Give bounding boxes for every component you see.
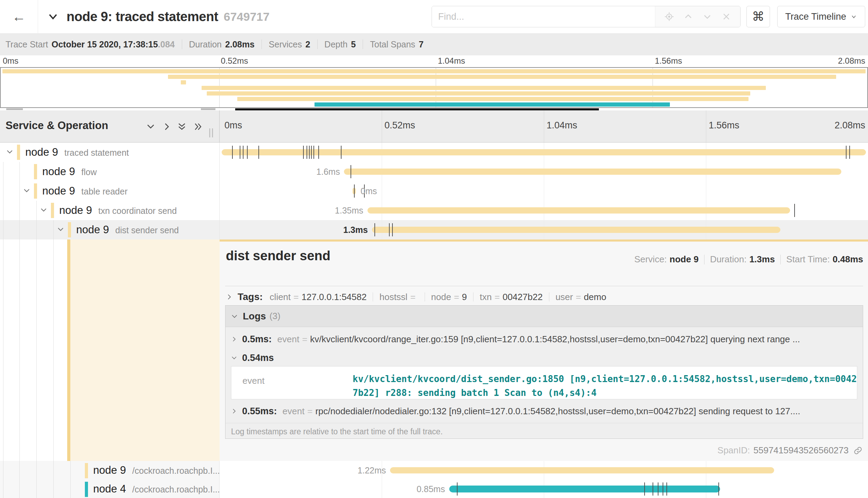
timeline-gridline — [382, 480, 382, 498]
log-tick-mark — [243, 146, 243, 159]
expand-one-icon[interactable] — [161, 121, 172, 133]
span-timeline-cell[interactable]: 1.6ms — [220, 162, 868, 181]
log-timestamp: 0.54ms — [242, 353, 274, 363]
tags-section-toggle[interactable]: Tags: client=127.0.0.1:54582hostssl=node… — [226, 290, 606, 304]
summary-value: 5 — [351, 39, 356, 49]
operation-name: dist sender send — [115, 225, 179, 235]
span-row[interactable]: node 9/cockroach.roachpb.I...1.22ms — [0, 461, 868, 480]
summary-item: Duration2.08ms — [189, 39, 255, 49]
span-row[interactable]: node 9txn coordinator send1.35ms — [0, 201, 868, 220]
operation-name: txn coordinator send — [98, 206, 177, 216]
span-name-cell[interactable]: node 9dist sender send — [0, 220, 220, 239]
summary-item: Depth5 — [325, 39, 356, 49]
equals-sign: = — [302, 334, 307, 345]
span-timeline-cell[interactable]: 0ms — [220, 181, 868, 201]
span-duration-bar[interactable] — [367, 207, 790, 214]
detail-meta-label: Service: — [634, 254, 667, 265]
span-timeline-cell[interactable]: 1.3ms — [220, 220, 868, 239]
span-timeline-cell[interactable]: 1.35ms — [220, 201, 868, 220]
span-row[interactable]: node 9table reader0ms — [0, 181, 868, 201]
minimap-span-bar — [207, 91, 750, 96]
minimap-tick-label: 2.08ms — [838, 56, 865, 66]
timeline-gridline — [544, 181, 544, 201]
collapse-trace-icon[interactable] — [47, 11, 59, 22]
span-name-cell[interactable]: node 9flow — [0, 162, 220, 181]
minimap-span-bar — [237, 97, 749, 101]
minimap-tick-label: 0.52ms — [221, 56, 248, 66]
logs-section-toggle[interactable]: Logs (3) — [225, 306, 863, 327]
span-duration-bar[interactable] — [344, 169, 841, 175]
scrubber-handle-right[interactable] — [201, 108, 215, 110]
view-selector-dropdown[interactable]: Trace Timeline — [777, 6, 865, 27]
timeline-tick-label: 1.56ms — [709, 120, 739, 131]
trace-timeline-page: ← node 9: traced statement 6749717 — [0, 0, 868, 498]
operation-name: traced statement — [64, 148, 129, 158]
link-icon[interactable] — [853, 446, 862, 455]
span-timeline-cell[interactable] — [220, 143, 868, 162]
span-duration-bar[interactable] — [390, 467, 774, 473]
log-entry-collapsed[interactable]: 0.5ms: event = kv/kvclient/kvcoord/range… — [231, 333, 859, 345]
collapse-one-icon[interactable] — [145, 121, 156, 133]
timeline-gridline — [544, 110, 544, 142]
command-icon: ⌘ — [752, 9, 764, 24]
back-button[interactable]: ← — [0, 0, 38, 33]
equals-sign: = — [576, 292, 581, 302]
span-duration-bar[interactable] — [372, 227, 780, 233]
chevron-down-icon[interactable] — [6, 147, 14, 157]
detail-meta-value: node 9 — [670, 254, 699, 265]
log-timestamp: 0.55ms: — [242, 406, 277, 417]
divider — [225, 286, 863, 286]
log-tick-mark — [392, 223, 393, 236]
column-resizer-handle[interactable] — [209, 128, 213, 137]
timeline-tick-label: 2.08ms — [834, 120, 865, 131]
span-name-cell[interactable]: node 9txn coordinator send — [0, 201, 220, 220]
service-operation-label: Service & Operation — [6, 119, 108, 132]
detail-meta-value: 1.3ms — [749, 254, 775, 265]
collapse-all-icon[interactable] — [177, 121, 187, 133]
span-row[interactable]: node 9traced statement — [0, 143, 868, 162]
minimap-canvas[interactable] — [0, 67, 868, 108]
span-timeline-cell[interactable]: 1.22ms — [220, 461, 868, 480]
chevron-right-icon — [231, 336, 237, 342]
divider — [780, 255, 781, 264]
span-row[interactable]: node 9dist sender send1.3ms — [0, 220, 868, 239]
find-input[interactable] — [432, 6, 655, 27]
expand-all-icon[interactable] — [193, 121, 203, 133]
log-field-key: event — [242, 375, 265, 386]
span-name-cell[interactable]: node 9/cockroach.roachpb.I... — [0, 461, 220, 480]
equals-sign: = — [410, 292, 415, 302]
span-name: node 4/cockroach.roachpb.I... — [93, 483, 220, 495]
log-entry-expanded-toggle[interactable]: 0.54ms — [231, 352, 859, 364]
tree-guide-line — [70, 480, 71, 498]
span-name-cell[interactable]: node 9table reader — [0, 181, 220, 201]
chevron-right-icon — [226, 293, 233, 300]
span-row[interactable]: node 4/cockroach.roachpb.I...0.85ms — [0, 480, 868, 498]
find-next-icon[interactable] — [702, 11, 712, 22]
logs-section: Logs (3) 0.5ms: event = kv/kvclient/kvco… — [225, 305, 863, 439]
summary-value-suffix: .084 — [158, 39, 175, 49]
tree-guide-line — [19, 480, 20, 498]
chevron-down-icon[interactable] — [56, 225, 65, 235]
find-clear-icon[interactable] — [721, 11, 732, 22]
log-tick-mark — [666, 482, 667, 496]
chevron-down-icon[interactable] — [23, 186, 31, 196]
divider — [473, 292, 473, 301]
locate-icon[interactable] — [664, 11, 674, 22]
span-row[interactable]: node 9flow1.6ms — [0, 162, 868, 181]
divider — [425, 292, 425, 301]
equals-sign: = — [307, 406, 312, 417]
keyboard-shortcuts-button[interactable]: ⌘ — [746, 6, 770, 27]
tree-guide-line — [3, 220, 3, 239]
log-entry-collapsed[interactable]: 0.55ms: event = rpc/nodedialer/nodediale… — [231, 405, 859, 417]
divider — [704, 255, 705, 264]
summary-value: 7 — [419, 39, 424, 49]
find-prev-icon[interactable] — [683, 11, 693, 22]
span-duration-bar[interactable] — [449, 486, 720, 492]
timeline-gridline — [706, 181, 706, 201]
span-name-cell[interactable]: node 4/cockroach.roachpb.I... — [0, 480, 220, 498]
span-timeline-cell[interactable]: 0.85ms — [220, 480, 868, 498]
summary-label: Total Spans — [370, 39, 415, 49]
scrubber-handle-left[interactable] — [6, 108, 23, 110]
chevron-down-icon[interactable] — [39, 206, 48, 215]
span-name-cell[interactable]: node 9traced statement — [0, 143, 220, 162]
